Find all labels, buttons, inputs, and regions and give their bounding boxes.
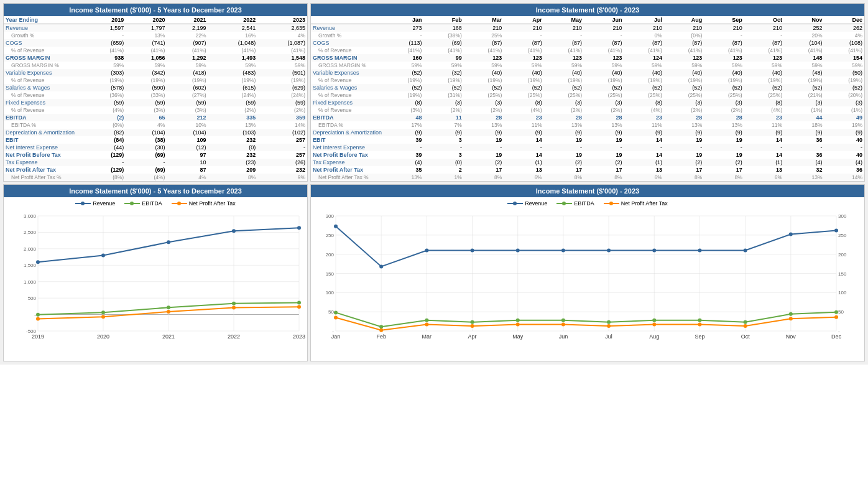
row-value: 59% bbox=[824, 62, 864, 69]
row-label: Net Interest Expense bbox=[4, 144, 85, 151]
row-value: (3%) bbox=[167, 106, 208, 114]
row-value: (25%) bbox=[544, 91, 584, 99]
row-value: (102) bbox=[257, 129, 307, 136]
row-value: (2) bbox=[704, 159, 744, 166]
row-value: (40) bbox=[704, 69, 744, 77]
svg-point-51 bbox=[562, 202, 566, 205]
row-value: (9) bbox=[504, 129, 543, 136]
row-value: 59% bbox=[504, 62, 543, 69]
row-value: 14% bbox=[257, 121, 307, 129]
svg-point-100 bbox=[379, 264, 383, 268]
row-value: 1,797 bbox=[126, 24, 167, 32]
row-value: 59% bbox=[257, 62, 307, 69]
row-value: 39 bbox=[384, 151, 423, 159]
svg-point-134 bbox=[834, 315, 838, 319]
svg-point-35 bbox=[167, 240, 170, 244]
row-value: (52) bbox=[464, 84, 504, 91]
row-value: 2,635 bbox=[257, 24, 307, 32]
svg-text:200: 200 bbox=[838, 252, 847, 258]
svg-point-39 bbox=[101, 310, 105, 314]
row-value: (590) bbox=[126, 84, 167, 91]
row-label: % of Revenue bbox=[4, 47, 85, 54]
row-value: (52) bbox=[744, 84, 784, 91]
row-value: 210 bbox=[584, 24, 624, 32]
row-value: 28 bbox=[584, 114, 624, 121]
row-value: - bbox=[624, 144, 664, 151]
svg-point-43 bbox=[36, 317, 40, 320]
row-value: (4%) bbox=[624, 106, 664, 114]
svg-point-117 bbox=[607, 320, 611, 324]
row-value: (41%) bbox=[167, 47, 208, 54]
svg-text:Feb: Feb bbox=[376, 333, 386, 340]
row-value: (4%) bbox=[126, 174, 167, 181]
row-value: (41%) bbox=[544, 47, 584, 54]
row-value: (19%) bbox=[624, 77, 664, 84]
row-value: - bbox=[744, 32, 784, 39]
row-value: (25%) bbox=[704, 91, 744, 99]
svg-point-128 bbox=[561, 323, 565, 327]
row-value: 25% bbox=[464, 32, 504, 39]
row-value: 123 bbox=[744, 54, 784, 62]
row-value: 273 bbox=[384, 24, 423, 32]
row-value: (48) bbox=[784, 69, 824, 77]
row-value: (52) bbox=[384, 69, 423, 77]
row-value: 124 bbox=[624, 54, 664, 62]
row-value: (52) bbox=[504, 84, 543, 91]
row-label: Net Profit After Tax bbox=[4, 166, 85, 174]
legend-ebitda-m: EBITDA bbox=[556, 200, 594, 207]
row-value: 8% bbox=[208, 174, 258, 181]
row-value: (69) bbox=[126, 166, 167, 174]
row-value: - bbox=[584, 32, 624, 39]
row-value: (501) bbox=[257, 69, 307, 77]
row-value: 148 bbox=[784, 54, 824, 62]
row-value: - bbox=[85, 32, 126, 39]
row-value: - bbox=[664, 144, 704, 151]
row-label: Net Profit After Tax % bbox=[311, 174, 384, 181]
row-value: (40) bbox=[464, 69, 504, 77]
row-value: 99 bbox=[423, 54, 463, 62]
row-value: 14% bbox=[824, 174, 864, 181]
row-value: (52) bbox=[704, 84, 744, 91]
five-year-legend: Revenue EBITDA Net Profit After Tax bbox=[7, 200, 304, 207]
row-value: (9) bbox=[544, 129, 584, 136]
row-value: 232 bbox=[257, 166, 307, 174]
row-value: (41%) bbox=[704, 47, 744, 54]
row-value: 28 bbox=[544, 114, 584, 121]
row-value: (30) bbox=[126, 144, 167, 151]
svg-text:250: 250 bbox=[838, 233, 847, 238]
svg-point-118 bbox=[652, 319, 656, 322]
row-value: (8%) bbox=[85, 174, 126, 181]
row-value: (629) bbox=[257, 84, 307, 91]
svg-text:100: 100 bbox=[838, 290, 847, 296]
row-value: (19%) bbox=[584, 77, 624, 84]
row-value: 6% bbox=[744, 174, 784, 181]
row-value: (41%) bbox=[584, 47, 624, 54]
svg-text:Sep: Sep bbox=[695, 333, 704, 340]
row-value: 14 bbox=[504, 136, 543, 144]
row-value: (40) bbox=[744, 69, 784, 77]
row-value: (1) bbox=[504, 159, 543, 166]
row-value: (41%) bbox=[85, 47, 126, 54]
five-year-table: Year Ending 2019 2020 2021 2022 2023 Rev… bbox=[4, 16, 307, 181]
row-value: (40) bbox=[664, 69, 704, 77]
svg-point-126 bbox=[471, 324, 474, 328]
row-value: (36%) bbox=[85, 91, 126, 99]
row-value: (40) bbox=[624, 69, 664, 77]
row-value: (9) bbox=[584, 129, 624, 136]
svg-point-44 bbox=[101, 315, 105, 319]
row-value: (578) bbox=[85, 84, 126, 91]
row-value: 36 bbox=[824, 166, 864, 174]
row-label: % of Revenue bbox=[311, 106, 384, 114]
row-value: (0) bbox=[208, 144, 258, 151]
row-value: (87) bbox=[664, 39, 704, 47]
svg-point-107 bbox=[698, 249, 701, 253]
row-value: 3 bbox=[423, 136, 463, 144]
row-value: (19%) bbox=[504, 77, 543, 84]
row-value: 210 bbox=[504, 24, 543, 32]
row-value: 160 bbox=[384, 54, 423, 62]
row-value: (3) bbox=[423, 99, 463, 106]
five-year-chart: -500-5001,0001,5002,0002,5003,0002019202… bbox=[4, 210, 307, 356]
svg-text:100: 100 bbox=[326, 290, 335, 296]
row-label: EBIT bbox=[311, 136, 384, 144]
row-value: (87) bbox=[584, 39, 624, 47]
